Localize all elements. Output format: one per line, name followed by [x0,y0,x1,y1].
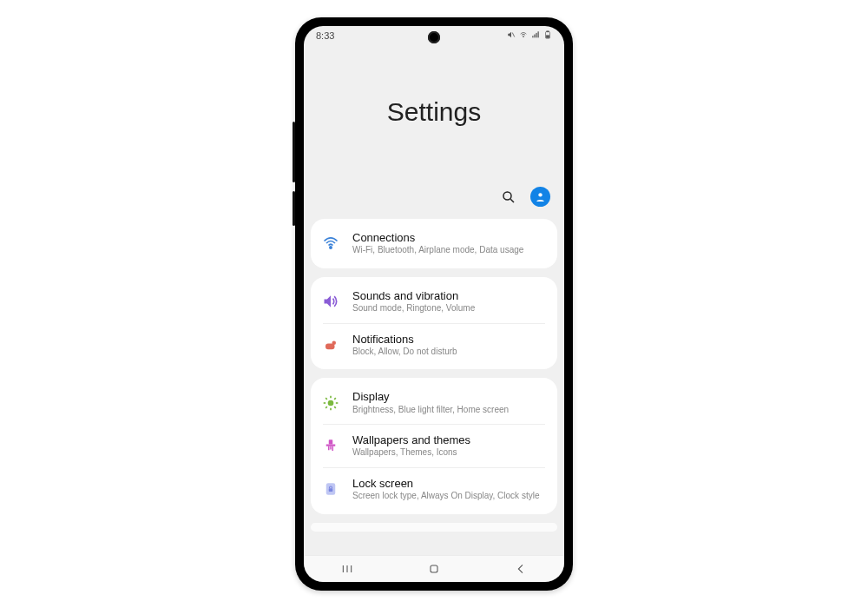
speaker-icon [321,292,340,311]
settings-group: Display Brightness, Blue light filter, H… [311,378,557,513]
row-subtitle: Wi-Fi, Bluetooth, Airplane mode, Data us… [352,245,523,256]
status-time: 8:33 [316,30,334,41]
brightness-icon [321,393,340,413]
svg-line-20 [326,398,327,400]
account-button[interactable] [530,187,550,207]
svg-line-21 [334,406,336,408]
svg-point-1 [523,36,524,37]
svg-rect-25 [326,445,336,446]
svg-point-11 [538,193,542,196]
svg-rect-3 [534,35,535,38]
svg-line-0 [512,33,515,37]
wifi-icon [519,30,528,41]
svg-rect-7 [547,31,549,32]
svg-rect-27 [330,446,332,450]
row-title: Lock screen [352,477,539,491]
row-title: Notifications [352,333,457,347]
person-icon [535,191,546,202]
search-button[interactable] [499,188,518,207]
notifications-row[interactable]: Notifications Block, Allow, Do not distu… [323,323,545,367]
connections-row[interactable]: Connections Wi-Fi, Bluetooth, Airplane m… [311,222,557,265]
svg-point-9 [503,192,511,200]
header: Settings [304,45,564,219]
punch-hole-camera [428,31,440,43]
row-subtitle: Screen lock type, Always On Display, Clo… [352,491,539,502]
svg-line-22 [326,406,327,408]
row-title: Connections [352,231,523,245]
row-subtitle: Brightness, Blue light filter, Home scre… [352,405,509,416]
page-title: Settings [304,97,564,127]
row-subtitle: Sound mode, Ringtone, Volume [352,303,475,314]
screen: 8:33 Settings [304,26,564,582]
row-subtitle: Block, Allow, Do not disturb [352,347,457,358]
svg-point-14 [332,340,337,345]
system-nav-bar [304,555,564,582]
phone-frame: 8:33 Settings [295,17,573,591]
svg-rect-30 [329,488,333,492]
svg-rect-2 [532,36,533,37]
sounds-row[interactable]: Sounds and vibration Sound mode, Rington… [311,281,557,323]
svg-rect-5 [538,31,539,37]
svg-rect-24 [329,440,333,445]
svg-rect-28 [332,446,334,451]
svg-line-23 [334,398,336,400]
back-button[interactable] [503,562,538,576]
row-title: Sounds and vibration [352,289,475,303]
lockscreen-row[interactable]: Lock screen Screen lock type, Always On … [323,467,545,511]
row-title: Wallpapers and themes [352,433,470,447]
svg-line-10 [510,199,514,202]
settings-group: Connections Wi-Fi, Bluetooth, Airplane m… [311,219,557,268]
settings-list[interactable]: Connections Wi-Fi, Bluetooth, Airplane m… [304,219,564,556]
row-title: Display [352,390,509,404]
svg-point-15 [328,400,334,406]
status-indicators [507,30,552,41]
row-subtitle: Wallpapers, Themes, Icons [352,447,470,459]
search-icon [501,189,516,205]
mute-icon [507,30,516,41]
signal-icon [531,30,540,41]
brush-icon [321,436,340,455]
home-button[interactable] [417,562,451,576]
display-row[interactable]: Display Brightness, Blue light filter, H… [311,381,557,424]
wifi-icon [321,234,340,253]
notification-icon [321,335,340,354]
battery-icon [543,30,552,41]
svg-rect-34 [431,565,437,572]
svg-rect-4 [536,33,536,37]
wallpapers-row[interactable]: Wallpapers and themes Wallpapers, Themes… [323,424,545,467]
settings-group: Sounds and vibration Sound mode, Rington… [311,277,557,370]
svg-rect-26 [328,446,330,451]
svg-rect-8 [546,36,549,38]
svg-point-12 [330,247,332,248]
lock-icon [321,479,340,499]
settings-group-partial [311,523,557,532]
recents-button[interactable] [330,562,365,576]
